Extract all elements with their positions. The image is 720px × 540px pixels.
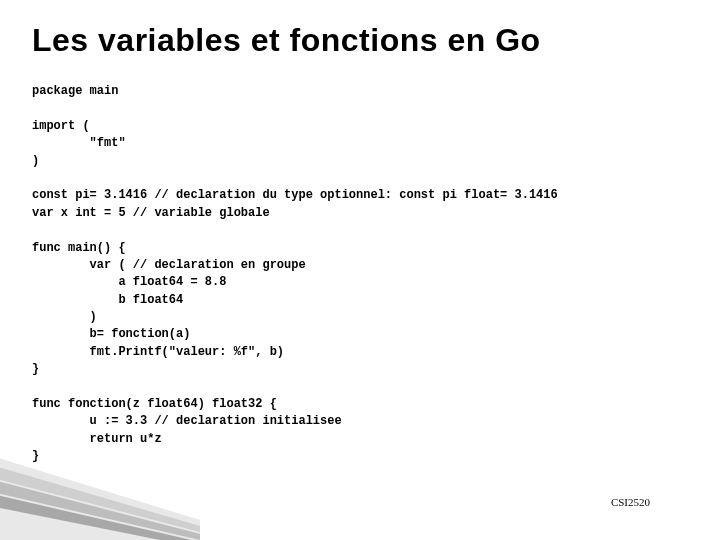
slide: Les variables et fonctions en Go package… [0,0,720,466]
code-block: package main import ( "fmt" ) const pi= … [32,83,688,466]
footer-label: CSI2520 [611,496,650,508]
slide-title: Les variables et fonctions en Go [32,22,688,59]
